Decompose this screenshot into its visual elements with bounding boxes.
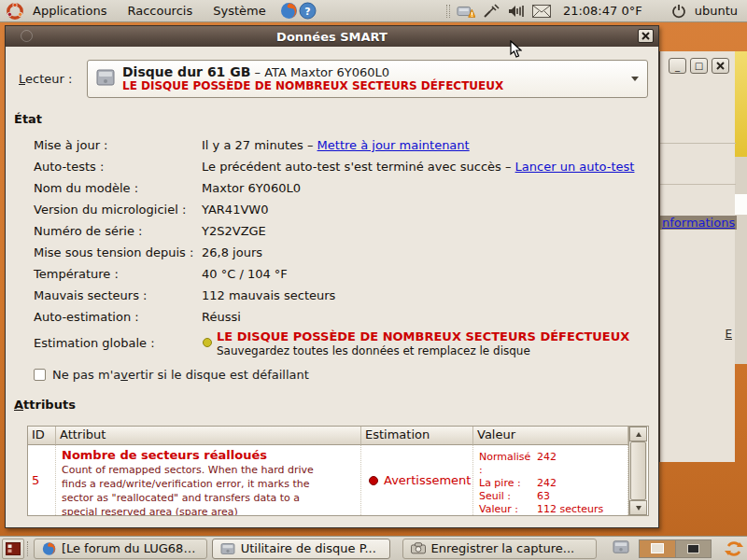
camera-icon bbox=[411, 542, 426, 554]
background-strip bbox=[735, 194, 747, 215]
warning-dot-icon bbox=[369, 476, 378, 485]
partial-button-text: E bbox=[725, 328, 732, 341]
power-icon[interactable] bbox=[669, 2, 688, 21]
close-icon[interactable] bbox=[712, 58, 729, 74]
ubuntu-logo-icon[interactable] bbox=[6, 2, 24, 21]
row-auto-tests: Auto-tests : Le précédent auto-test s'es… bbox=[34, 156, 650, 177]
close-icon[interactable] bbox=[638, 29, 654, 43]
state-heading: État bbox=[14, 112, 42, 126]
mail-icon[interactable] bbox=[532, 2, 551, 21]
hard-disk-icon bbox=[96, 67, 115, 91]
row-temperature: Température : 40 °C / 104 °F bbox=[34, 263, 650, 285]
user-menu[interactable]: ubuntu bbox=[695, 4, 738, 18]
state-rows: Mise à jour : Il y a 27 minutes – Mettre… bbox=[34, 134, 650, 365]
desktop: _ □ nformations E Applications Raccourci… bbox=[0, 0, 747, 560]
row-serial: Numéro de série : Y2S2VZGE bbox=[34, 220, 650, 242]
minimize-icon[interactable]: _ bbox=[669, 58, 686, 74]
network-plug-icon[interactable] bbox=[482, 2, 500, 21]
svg-text:?: ? bbox=[305, 6, 311, 18]
task-firefox[interactable]: [Le forum du LUG68 •... bbox=[34, 539, 207, 559]
dialog-title: Données SMART bbox=[276, 30, 388, 44]
help-icon[interactable]: ? bbox=[299, 2, 317, 21]
workspace-switcher bbox=[639, 539, 712, 558]
attribute-name: Nombre de secteurs réalloués bbox=[62, 447, 357, 463]
attr-id-cell[interactable]: 5 bbox=[28, 445, 56, 515]
menu-applications[interactable]: Applications bbox=[24, 2, 115, 20]
disk-utility-icon bbox=[220, 542, 235, 555]
column-header-attribut[interactable]: Attribut bbox=[56, 427, 361, 445]
firefox-launcher-icon[interactable] bbox=[280, 2, 299, 21]
column-header-estimation[interactable]: Estimation bbox=[361, 427, 473, 445]
checkbox-icon[interactable] bbox=[34, 369, 46, 381]
status-dot-icon bbox=[203, 338, 212, 347]
disk-warning-icon[interactable] bbox=[457, 2, 475, 21]
attributes-table: ID 5 Attribut Nombre de secteurs réallou… bbox=[27, 426, 649, 516]
checkbox-label: Ne pas m'avertir si le disque est défail… bbox=[52, 368, 309, 382]
attr-name-cell[interactable]: Nombre de secteurs réalloués Count of re… bbox=[56, 445, 361, 515]
scroll-down-icon[interactable] bbox=[629, 500, 647, 515]
volume-icon[interactable] bbox=[507, 2, 526, 21]
workspace-1[interactable] bbox=[640, 540, 675, 557]
overall-warning: LE DISQUE POSSÈDE DE NOMBREUX SECTEURS D… bbox=[217, 329, 629, 344]
drive-model: – ATA Maxtor 6Y060L0 bbox=[255, 65, 389, 79]
show-desktop-button[interactable] bbox=[2, 539, 24, 559]
smart-data-dialog: Données SMART Lecteur : Disque dur 61 GB… bbox=[5, 25, 659, 528]
update-now-link[interactable]: Mettre à jour maintenant bbox=[317, 138, 470, 152]
attributes-heading: Attributs bbox=[14, 398, 76, 412]
taskbar: [Le forum du LUG68 •... Utilitaire de di… bbox=[0, 536, 747, 560]
drive-selector[interactable]: Disque dur 61 GB – ATA Maxtor 6Y060L0 LE… bbox=[87, 60, 648, 98]
scrollbar-thumb[interactable] bbox=[630, 441, 646, 500]
attr-assessment-cell[interactable]: Avertissement bbox=[361, 445, 473, 515]
row-self-assessment: Auto-estimation : Réussi bbox=[34, 306, 650, 328]
run-self-test-link[interactable]: Lancer un auto-test bbox=[515, 160, 635, 174]
clock-applet[interactable]: 21:08:47 0°F bbox=[563, 4, 642, 18]
workspace-2[interactable] bbox=[675, 540, 711, 557]
row-model: Nom du modèle : Maxtor 6Y060L0 bbox=[34, 177, 650, 199]
drive-label: Lecteur : bbox=[19, 72, 72, 86]
taskbar-grip[interactable] bbox=[27, 541, 31, 556]
background-strip bbox=[735, 51, 747, 157]
titlebar-ornament bbox=[21, 30, 33, 42]
attr-values-cell[interactable]: Normalisé :242 La pire :242 Seuil :63 Va… bbox=[473, 445, 628, 515]
menu-raccourcis[interactable]: Raccourcis bbox=[119, 2, 201, 20]
task-save-screenshot[interactable]: Enregistrer la capture... bbox=[402, 539, 598, 559]
tray-grip[interactable] bbox=[446, 5, 450, 18]
table-scrollbar[interactable] bbox=[628, 427, 647, 515]
divider bbox=[660, 184, 736, 185]
row-mise-a-jour: Mise à jour : Il y a 27 minutes – Mettre… bbox=[34, 134, 650, 156]
dialog-titlebar[interactable]: Données SMART bbox=[6, 26, 658, 47]
workspace-terminal-icon bbox=[687, 544, 699, 553]
drive-warning: LE DISQUE POSSÈDE DE NOMBREUX SECTEURS D… bbox=[122, 79, 623, 93]
overall-subtext: Sauvegardez toutes les données et rempla… bbox=[217, 344, 629, 358]
trash-icon[interactable] bbox=[723, 539, 745, 559]
row-powered-on: Mise sous tension depuis : 26,8 jours bbox=[34, 242, 650, 263]
top-panel: Applications Raccourcis Système ? bbox=[0, 0, 747, 22]
maximize-icon[interactable]: □ bbox=[690, 58, 708, 74]
column-header-id[interactable]: ID bbox=[28, 427, 56, 445]
drive-name: Disque dur 61 GB bbox=[122, 64, 250, 79]
divider bbox=[660, 143, 736, 144]
row-overall-assessment: Estimation globale : LE DISQUE POSSÈDE D… bbox=[34, 328, 650, 365]
chevron-down-icon[interactable] bbox=[623, 63, 647, 95]
informations-link[interactable]: nformations bbox=[660, 216, 737, 230]
dont-warn-checkbox-row[interactable]: Ne pas m'avertir si le disque est défail… bbox=[34, 368, 309, 382]
firefox-icon bbox=[42, 541, 56, 556]
disk-notification-icon[interactable] bbox=[613, 539, 629, 557]
task-disk-utility[interactable]: Utilitaire de disque P... bbox=[212, 539, 390, 559]
workspace-window-icon bbox=[651, 543, 664, 553]
row-bad-sectors: Mauvais secteurs : 112 mauvais secteurs bbox=[34, 285, 650, 306]
scroll-up-icon[interactable] bbox=[629, 427, 647, 441]
background-window[interactable]: _ □ nformations E bbox=[659, 51, 735, 462]
mouse-cursor bbox=[510, 40, 522, 62]
column-header-valeur[interactable]: Valeur bbox=[473, 427, 628, 445]
row-firmware: Version du micrologiciel : YAR41VW0 bbox=[34, 199, 650, 220]
background-strip bbox=[735, 157, 747, 364]
menu-systeme[interactable]: Système bbox=[204, 2, 274, 20]
